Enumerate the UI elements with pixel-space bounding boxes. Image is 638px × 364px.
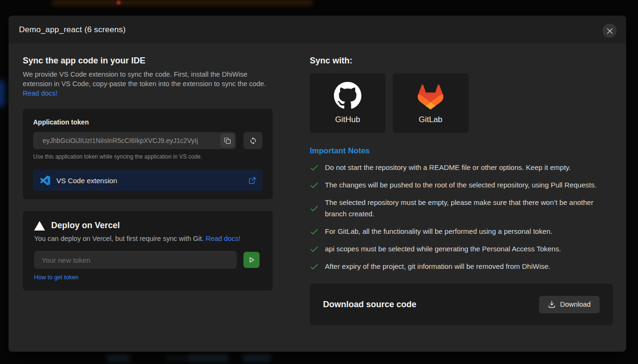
sync-ide-description-text: We provide VS Code extension to sync the…: [23, 71, 266, 88]
github-label: GitHub: [335, 115, 360, 124]
external-link-icon: [249, 177, 256, 184]
token-input-wrap: [33, 132, 236, 149]
background-app-topbar-blur: [52, 0, 313, 5]
token-row: [33, 132, 262, 149]
vercel-description-text: You can deploy on Vercel, but first requ…: [34, 235, 204, 242]
close-button[interactable]: [602, 24, 617, 38]
application-token-input[interactable]: [33, 132, 236, 149]
check-icon: [310, 227, 319, 236]
vscode-extension-label: VS Code extension: [56, 177, 117, 185]
vercel-read-docs-link[interactable]: Read docs!: [206, 235, 240, 242]
download-source-card: Download source code Download: [310, 284, 613, 325]
note-item: Do not start the repository with a READM…: [310, 162, 613, 173]
vercel-description: You can deploy on Vercel, but first requ…: [34, 234, 261, 243]
note-text: Do not start the repository with a READM…: [325, 162, 571, 173]
sync-modal: Demo_app_react (6 screens) Sync the app …: [9, 16, 626, 352]
read-docs-link[interactable]: Read docs!: [23, 89, 57, 97]
note-text: After expiry of the project, git informa…: [325, 261, 550, 272]
important-notes-list: Do not start the repository with a READM…: [310, 162, 613, 272]
vscode-icon: [40, 176, 50, 186]
check-icon: [310, 181, 319, 190]
deploy-vercel-card: Deploy on Vercel You can deploy on Verce…: [23, 211, 273, 291]
token-helper-text: Use this application token while syncing…: [33, 153, 262, 160]
github-card[interactable]: GitHub: [310, 73, 386, 133]
background-bottom-blur: [189, 354, 228, 362]
sync-with-heading: Sync with:: [310, 56, 613, 66]
vscode-extension-button[interactable]: VS Code extension: [33, 170, 262, 191]
provider-cards: GitHub GitLab: [310, 73, 613, 133]
submit-vercel-token-button[interactable]: [243, 252, 260, 268]
gitlab-label: GitLab: [419, 115, 442, 124]
how-to-get-token-link[interactable]: How to get token: [34, 274, 79, 281]
gitlab-card[interactable]: GitLab: [393, 73, 468, 133]
modal-header: Demo_app_react (6 screens): [9, 16, 626, 44]
vercel-header: Deploy on Vercel: [34, 221, 261, 231]
note-item: The selected repository must be empty, p…: [310, 197, 613, 220]
vercel-token-row: [34, 251, 261, 269]
sync-ide-description: We provide VS Code extension to sync the…: [23, 70, 273, 98]
important-notes-heading: Important Notes: [310, 146, 613, 155]
note-text: api scopes must be selected while genera…: [325, 243, 561, 255]
vercel-token-input[interactable]: [34, 251, 237, 269]
copy-token-button[interactable]: [220, 133, 234, 148]
vercel-icon: [34, 221, 45, 231]
download-icon: [548, 301, 556, 308]
background-bottom-blur: [107, 354, 130, 362]
play-icon: [248, 257, 255, 263]
check-icon: [310, 204, 319, 213]
background-notification-dot: [117, 0, 121, 5]
modal-title: Demo_app_react (6 screens): [19, 25, 126, 35]
modal-body: Sync the app code in your IDE We provide…: [9, 44, 626, 352]
note-text: The selected repository must be empty, p…: [325, 197, 613, 220]
note-item: For GitLab, all the functionality will b…: [310, 226, 613, 237]
github-icon: [334, 82, 361, 109]
refresh-icon: [249, 137, 257, 145]
note-item: api scopes must be selected while genera…: [310, 243, 613, 255]
gitlab-icon: [416, 82, 445, 109]
application-token-label: Application token: [33, 118, 262, 126]
check-icon: [310, 163, 319, 172]
background-sidebar-highlight: [0, 80, 5, 107]
sync-ide-section: Sync the app code in your IDE We provide…: [23, 56, 273, 352]
vercel-heading: Deploy on Vercel: [51, 221, 120, 231]
regenerate-token-button[interactable]: [243, 132, 262, 149]
download-button-label: Download: [560, 301, 591, 308]
sync-ide-heading: Sync the app code in your IDE: [23, 56, 273, 66]
check-icon: [310, 262, 319, 271]
check-icon: [310, 245, 319, 254]
background-bottom-blur: [243, 354, 271, 362]
download-source-heading: Download source code: [323, 300, 416, 310]
note-text: For GitLab, all the functionality will b…: [325, 226, 552, 237]
download-button[interactable]: Download: [539, 296, 600, 313]
close-icon: [607, 28, 613, 34]
sync-with-section: Sync with: GitHub GitLab Important Notes: [310, 56, 613, 352]
note-item: The changes will be pushed to the root o…: [310, 179, 613, 191]
application-token-card: Application token: [23, 109, 273, 199]
copy-icon: [224, 137, 231, 144]
note-item: After expiry of the project, git informa…: [310, 261, 613, 272]
note-text: The changes will be pushed to the root o…: [325, 179, 596, 191]
